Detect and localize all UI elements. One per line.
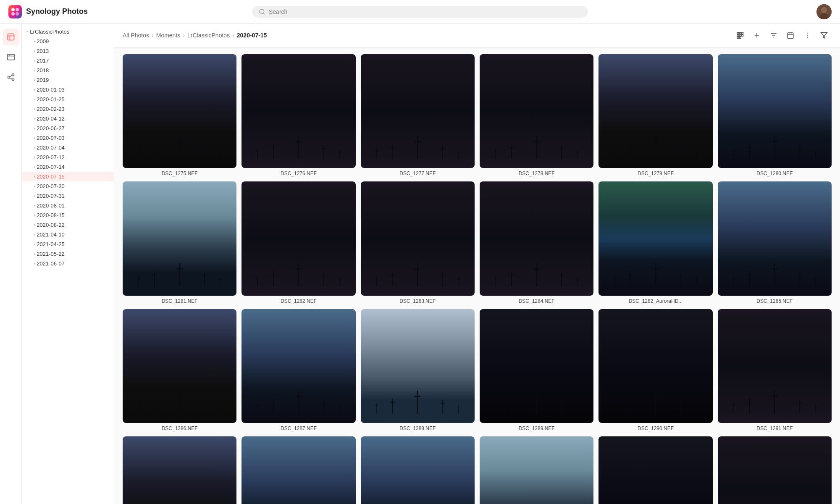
photo-name: DSC_1284.NEF [480, 298, 593, 304]
tree-item-2020-07-03[interactable]: ›2020-07-03 [22, 133, 114, 143]
svg-rect-207 [679, 403, 683, 404]
add-button[interactable] [749, 28, 764, 43]
photo-item[interactable]: DSC_1295.NEF [480, 436, 593, 504]
tree-item-2020-08-22[interactable]: ›2020-08-22 [22, 220, 114, 230]
tree-item-2020-07-14[interactable]: ›2020-07-14 [22, 162, 114, 172]
tree-item-2020-07-31[interactable]: ›2020-07-31 [22, 191, 114, 201]
photo-item[interactable]: DSC_1276.NEF [242, 54, 355, 176]
svg-point-3 [11, 12, 15, 16]
svg-rect-128 [376, 276, 377, 286]
photo-item[interactable]: DSC_1287.NEF [242, 309, 355, 431]
svg-rect-46 [204, 145, 205, 159]
photo-thumbnail [598, 436, 712, 504]
breadcrumb-all-photos[interactable]: All Photos [123, 32, 149, 39]
tree-item-2021-06-07[interactable]: ›2021-06-07 [22, 259, 114, 268]
svg-rect-55 [271, 147, 276, 148]
tree-item-2020-04-12[interactable]: ›2020-04-12 [22, 114, 114, 123]
tree-item-2020-07-04[interactable]: ›2020-07-04 [22, 143, 114, 152]
root-chevron: › [25, 31, 30, 32]
photo-item[interactable]: DSC_1282_AuroraHD... [598, 181, 712, 304]
calendar-button[interactable] [783, 28, 798, 43]
tree-item-2020-01-25[interactable]: ›2020-01-25 [22, 94, 114, 104]
photo-item[interactable]: DSC_1282.NEF [242, 181, 355, 304]
photo-item[interactable]: DSC_1285.NEF [718, 181, 832, 304]
photo-item[interactable]: DSC_1286.NEF [123, 309, 236, 431]
sort-button[interactable] [766, 28, 781, 43]
filter-button[interactable] [816, 28, 832, 43]
breadcrumb-moments[interactable]: Moments [156, 32, 181, 39]
breadcrumb-folder[interactable]: LrClassicPhotos [187, 32, 230, 39]
photo-item[interactable]: DSC_1294.NEF [361, 436, 475, 504]
search-input[interactable] [269, 8, 581, 15]
photo-item[interactable]: DSC_1280.NEF [718, 54, 832, 176]
photo-item[interactable]: DSC_1275.NEF [123, 54, 236, 176]
content-area: All Photos › Moments › LrClassicPhotos ›… [114, 24, 840, 504]
photo-item[interactable]: DSC_1296.NEF [598, 436, 712, 504]
svg-rect-170 [220, 405, 221, 414]
svg-rect-191 [457, 407, 460, 407]
nav-photos[interactable] [3, 29, 19, 45]
tree-item-2020-07-12[interactable]: ›2020-07-12 [22, 152, 114, 162]
tree-item-2017[interactable]: ›2017 [22, 56, 114, 66]
tree-item-2009[interactable]: ›2009 [22, 37, 114, 46]
svg-rect-143 [652, 268, 659, 270]
select-button[interactable] [732, 28, 748, 43]
tree-item-label: 2021-04-25 [37, 241, 109, 247]
svg-rect-123 [414, 268, 421, 270]
app-title: Synology Photos [26, 7, 88, 16]
photo-thumbnail [361, 181, 475, 295]
svg-rect-69 [375, 151, 378, 151]
nav-sharing[interactable] [3, 69, 19, 86]
svg-rect-48 [138, 149, 139, 159]
photo-item[interactable]: DSC_1288.NEF [361, 309, 475, 431]
photo-item[interactable]: DSC_1278.NEF [480, 54, 593, 176]
tree-item-2021-04-10[interactable]: ›2021-04-10 [22, 230, 114, 239]
photo-item[interactable]: DSC_1292.NEF [123, 436, 236, 504]
photo-item[interactable]: DSC_1291.NEF [718, 309, 832, 431]
svg-point-1 [11, 8, 15, 11]
svg-point-2 [16, 8, 19, 11]
svg-rect-103 [176, 268, 183, 270]
photo-item[interactable]: DSC_1284.NEF [480, 181, 593, 304]
tree-item-2020-08-01[interactable]: ›2020-08-01 [22, 201, 114, 210]
tree-item-2020-07-15[interactable]: ›2020-07-15 [22, 172, 114, 181]
tree-item-2021-05-22[interactable]: ›2021-05-22 [22, 249, 114, 259]
photo-item[interactable]: DSC_1289.NEF [480, 309, 593, 431]
svg-rect-148 [614, 276, 615, 286]
tree-root[interactable]: › LrClassicPhotos [22, 27, 114, 37]
avatar[interactable] [816, 4, 832, 19]
svg-rect-136 [561, 273, 562, 286]
svg-rect-87 [679, 148, 683, 149]
photo-item[interactable]: DSC_1279.NEF [598, 54, 712, 176]
svg-rect-58 [257, 149, 258, 159]
tree-item-label: 2020-01-25 [37, 96, 109, 102]
tree-item-2018[interactable]: ›2018 [22, 66, 114, 75]
photo-name: DSC_1275.NEF [123, 171, 236, 176]
tree-item-2021-04-25[interactable]: ›2021-04-25 [22, 239, 114, 249]
tree-item-label: 2019 [37, 77, 109, 83]
svg-rect-86 [680, 145, 681, 159]
photo-item[interactable]: DSC_1297.NEF [718, 436, 832, 504]
tree-item-2020-06-27[interactable]: ›2020-06-27 [22, 123, 114, 133]
svg-rect-168 [138, 404, 139, 414]
svg-rect-79 [494, 151, 497, 151]
chevron-icon: › [34, 223, 35, 227]
photo-item[interactable]: DSC_1293.NEF [242, 436, 355, 504]
svg-rect-47 [203, 148, 207, 149]
tree-item-2020-07-30[interactable]: ›2020-07-30 [22, 181, 114, 191]
photo-item[interactable]: DSC_1281.NEF [123, 181, 236, 304]
photo-item[interactable]: DSC_1290.NEF [598, 309, 712, 431]
tree-item-2020-01-03[interactable]: ›2020-01-03 [22, 85, 114, 94]
svg-rect-76 [561, 145, 562, 159]
tree-item-2020-08-15[interactable]: ›2020-08-15 [22, 210, 114, 220]
nav-albums[interactable] [3, 49, 19, 66]
photo-item[interactable]: DSC_1277.NEF [361, 54, 475, 176]
tree-item-2013[interactable]: ›2013 [22, 46, 114, 56]
svg-rect-94 [749, 144, 750, 159]
tree-item-2020-02-23[interactable]: ›2020-02-23 [22, 104, 114, 114]
svg-rect-77 [560, 148, 564, 149]
tree-item-2019[interactable]: ›2019 [22, 75, 114, 85]
photo-item[interactable]: DSC_1283.NEF [361, 181, 475, 304]
search-bar[interactable] [252, 6, 588, 18]
more-button[interactable] [800, 28, 815, 43]
